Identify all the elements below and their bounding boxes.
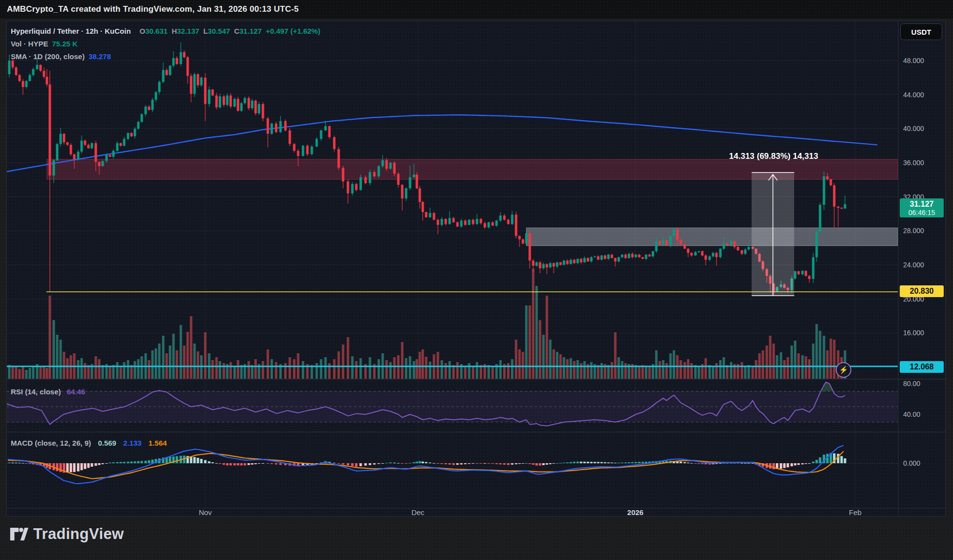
symbol-row[interactable]: Hyperliquid / Tether · 12h · KuCoin O30.… [11,24,320,37]
bar-countdown: 06:46:15 [900,209,944,216]
rsi-axis-label: 80.00 [903,380,920,388]
symbol-title[interactable]: Hyperliquid / Tether · 12h · KuCoin [11,27,131,35]
macd-hist-value: 0.569 [98,439,116,447]
volume-label: Vol · HYPE [11,40,48,48]
last-price-value: 31.127 [900,200,944,209]
tradingview-logo-icon [10,526,28,542]
ohlc-key: O [140,27,146,35]
price-axis-label: 24.000 [903,261,924,269]
tradingview-published-chart: AMBCrypto_TA created with TradingView.co… [0,0,953,560]
lightning-alert-icon[interactable]: ⚡ [836,362,851,378]
ohlc-val: 32.137 [177,27,199,35]
ohlc-values: O30.631H32.137L30.547C31.127 [136,27,262,35]
chart-canvas[interactable] [0,0,953,560]
time-axis-label[interactable]: Dec [412,508,425,517]
volume-row[interactable]: Vol · HYPE 75.25 K [11,37,320,50]
ohlc-key: C [234,27,239,35]
macd-signal-value: 1.564 [149,439,167,447]
sma-value: 38.278 [88,52,111,61]
macd-line [8,446,844,484]
time-axis-label[interactable]: 2026 [627,508,643,517]
price-axis-label: 48.000 [903,57,924,65]
volume-value: 75.25 K [52,40,78,48]
ohlc-key: L [203,27,208,35]
volume-bars [8,269,846,379]
macd-axis-label: 0.000 [903,459,920,467]
macd-title: MACD (close, 12, 26, 9) [11,439,91,447]
time-axis-label[interactable]: Nov [199,508,212,517]
change-value: +0.497 (+1.62%) [266,27,321,35]
rsi-value: 64.46 [67,388,86,396]
time-axis-label[interactable]: Feb [849,508,862,517]
price-axis-label: 44.000 [903,91,924,99]
price-range-measure-tool [752,172,794,296]
price-axis-label: 40.000 [903,125,924,132]
ohlc-val: 30.547 [208,27,230,35]
currency-toggle-button[interactable]: USDT [900,23,942,40]
legend: Hyperliquid / Tether · 12h · KuCoin O30.… [11,24,320,63]
ohlc-key: H [172,27,177,35]
price-axis-label: 36.000 [903,159,924,167]
last-price-badge: 31.127 06:46:15 [900,198,944,217]
rsi-title: RSI (14, close) [11,388,61,396]
tradingview-footer[interactable]: TradingView [10,525,124,543]
rsi-legend[interactable]: RSI (14, close) 64.46 [11,388,85,396]
macd-signal-line [8,452,844,479]
ohlc-val: 31.127 [239,27,262,35]
tradingview-wordmark: TradingView [33,525,124,543]
yellow-level-badge: 20.830 [900,285,944,297]
price-axis-label: 28.000 [903,227,924,235]
macd-legend[interactable]: MACD (close, 12, 26, 9) 0.569 2.133 1.56… [11,439,167,447]
sma-label: SMA · 1D (200, close) [11,52,85,61]
macd-line-value: 2.133 [123,439,142,447]
demand-zone [526,228,898,246]
ohlc-val: 30.631 [145,27,168,35]
cyan-level-badge: 12.068 [900,361,944,373]
sma-row[interactable]: SMA · 1D (200, close) 38.278 [11,50,320,63]
measure-tool-label: 14.313 (69.83%) 14,313 [729,151,818,161]
price-axis-label: 16.000 [903,329,924,337]
rsi-axis-label: 40.00 [903,410,920,418]
